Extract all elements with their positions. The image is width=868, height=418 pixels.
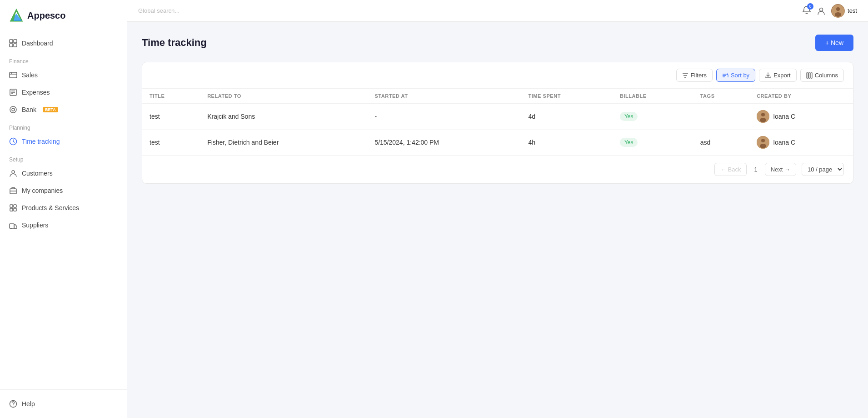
sidebar-label-suppliers: Suppliers xyxy=(22,222,48,229)
table-row[interactable]: test Krajcik and Sons - 4d Yes xyxy=(142,104,853,130)
back-button[interactable]: ← Back xyxy=(714,163,747,176)
user-name: test xyxy=(848,7,857,14)
svg-rect-25 xyxy=(14,208,16,211)
sidebar-item-bank[interactable]: Bank BETA xyxy=(0,101,127,118)
topbar-icons: 0 test xyxy=(802,4,857,18)
back-label: ← Back xyxy=(720,166,741,173)
user-avatar xyxy=(831,4,845,18)
table-card: Filters Sort by xyxy=(142,62,853,184)
sidebar-item-help[interactable]: Help xyxy=(0,395,127,413)
col-header-created-by: CREATED BY xyxy=(749,89,853,104)
sidebar: Appesco Dashboard Finance Sales xyxy=(0,0,127,418)
topbar: Global search... 0 xyxy=(127,0,868,22)
section-finance: Finance xyxy=(0,52,127,66)
svg-rect-44 xyxy=(811,73,812,78)
svg-rect-4 xyxy=(14,40,17,43)
logo-container[interactable]: Appesco xyxy=(0,0,127,31)
logo-icon xyxy=(9,8,24,23)
svg-rect-24 xyxy=(10,208,13,211)
sidebar-bottom: Help xyxy=(0,389,127,418)
sidebar-item-time-tracking[interactable]: Time tracking xyxy=(0,133,127,150)
svg-rect-23 xyxy=(14,205,16,207)
companies-icon xyxy=(9,186,17,195)
sidebar-label-expenses: Expenses xyxy=(22,89,50,96)
table-row[interactable]: test Fisher, Dietrich and Beier 5/15/202… xyxy=(142,130,853,156)
current-page: 1 xyxy=(752,166,759,173)
col-header-related-to: RELATED TO xyxy=(200,89,367,104)
cell-tags-2: asd xyxy=(693,130,749,156)
col-header-time-spent: TIME SPENT xyxy=(521,89,612,104)
svg-point-50 xyxy=(760,144,766,148)
sidebar-item-sales[interactable]: Sales xyxy=(0,66,127,84)
svg-point-46 xyxy=(761,113,765,116)
bank-beta-badge: BETA xyxy=(43,107,58,112)
user-avatar-container[interactable]: test xyxy=(831,4,857,18)
table-toolbar: Filters Sort by xyxy=(142,62,853,89)
filters-button[interactable]: Filters xyxy=(676,69,713,82)
cell-created-by-2: Ioana C xyxy=(749,130,853,156)
svg-point-30 xyxy=(13,406,14,407)
sidebar-nav: Dashboard Finance Sales Expenses xyxy=(0,31,127,389)
user-icon xyxy=(817,6,826,15)
cell-related-to-2: Fisher, Dietrich and Beier xyxy=(200,130,367,156)
svg-rect-5 xyxy=(10,44,13,47)
created-by-name-2: Ioana C xyxy=(773,139,795,146)
columns-label: Columns xyxy=(815,72,838,79)
svg-point-31 xyxy=(820,8,823,11)
export-label: Export xyxy=(773,72,791,79)
export-button[interactable]: Export xyxy=(759,69,797,82)
created-by-name-1: Ioana C xyxy=(773,113,795,120)
suppliers-icon xyxy=(9,221,17,229)
sidebar-item-my-companies[interactable]: My companies xyxy=(0,182,127,199)
global-search-placeholder: Global search... xyxy=(138,7,797,14)
col-header-title: TITLE xyxy=(142,89,200,104)
sidebar-item-dashboard[interactable]: Dashboard xyxy=(0,35,127,52)
svg-rect-6 xyxy=(14,44,17,47)
svg-point-47 xyxy=(760,118,766,122)
billable-badge-2: Yes xyxy=(620,138,638,147)
page-title: Time tracking xyxy=(142,37,207,49)
sidebar-label-products-services: Products & Services xyxy=(22,204,79,212)
sidebar-label-my-companies: My companies xyxy=(22,187,63,194)
section-planning: Planning xyxy=(0,118,127,133)
filters-icon xyxy=(682,72,688,79)
sort-by-button[interactable]: Sort by xyxy=(716,69,755,82)
main-area: Global search... 0 xyxy=(127,0,868,418)
help-icon xyxy=(9,400,17,408)
sidebar-item-customers[interactable]: Customers xyxy=(0,165,127,182)
customers-icon xyxy=(9,169,17,177)
columns-icon xyxy=(806,72,813,79)
clock-icon xyxy=(9,137,17,146)
notification-button[interactable]: 0 xyxy=(802,5,811,16)
next-button[interactable]: Next → xyxy=(765,163,796,176)
cell-started-at-2: 5/15/2024, 1:42:00 PM xyxy=(367,130,521,156)
next-label: Next → xyxy=(771,166,790,173)
svg-point-34 xyxy=(835,12,841,17)
sidebar-item-expenses[interactable]: Expenses xyxy=(0,84,127,101)
sidebar-item-suppliers[interactable]: Suppliers xyxy=(0,217,127,234)
sidebar-label-sales: Sales xyxy=(22,71,38,79)
billable-badge-1: Yes xyxy=(620,112,638,121)
svg-rect-43 xyxy=(808,73,810,78)
sort-icon xyxy=(722,72,728,79)
cell-started-at-1: - xyxy=(367,104,521,130)
filters-label: Filters xyxy=(691,72,707,79)
row-avatar-2 xyxy=(757,136,769,149)
col-header-started-at: STARTED AT xyxy=(367,89,521,104)
cell-time-spent-1: 4d xyxy=(521,104,612,130)
sidebar-item-products-services[interactable]: Products & Services xyxy=(0,199,127,217)
page-header: Time tracking + New xyxy=(142,35,853,51)
svg-rect-26 xyxy=(10,224,14,228)
cell-related-to-1: Krajcik and Sons xyxy=(200,104,367,130)
new-button[interactable]: + New xyxy=(815,35,853,51)
cell-billable-1: Yes xyxy=(613,104,693,130)
export-icon xyxy=(765,72,771,79)
cell-billable-2: Yes xyxy=(613,130,693,156)
svg-point-14 xyxy=(10,106,16,113)
dashboard-icon xyxy=(9,39,17,47)
time-tracking-table: TITLE RELATED TO STARTED AT TIME SPENT B… xyxy=(142,89,853,155)
columns-button[interactable]: Columns xyxy=(800,69,844,82)
svg-point-19 xyxy=(12,171,15,173)
per-page-select[interactable]: 10 / page 25 / page 50 / page xyxy=(802,163,844,176)
svg-rect-22 xyxy=(10,205,13,207)
